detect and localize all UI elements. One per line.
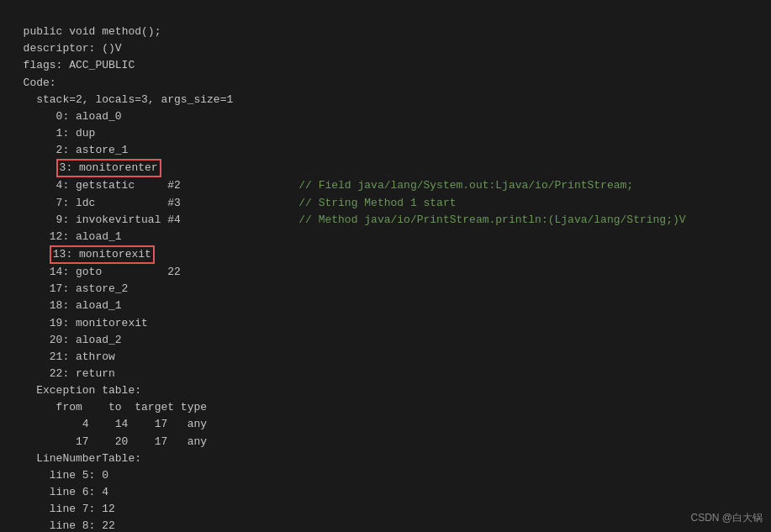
monitorexit-highlight: 13: monitorexit: [50, 245, 155, 264]
code-line-27: line 5: 0: [10, 469, 108, 482]
code-line-22: Exception table:: [10, 384, 141, 397]
code-line-5: stack=2, locals=3, args_size=1: [10, 93, 233, 106]
watermark-text: CSDN @白大锅: [690, 511, 763, 525]
code-line-6: 0: aload_0: [10, 110, 122, 123]
code-viewer: public void method(); descriptor: ()V fl…: [0, 0, 771, 532]
comment-invoke: // Method java/io/PrintStream.println:(L…: [298, 213, 685, 226]
code-line-20: 21: athrow: [10, 350, 115, 363]
code-line-26: LineNumberTable:: [10, 452, 141, 465]
code-line-10: 4: getstatic #2 // Field java/lang/Syste…: [10, 179, 633, 192]
code-line-24: 4 14 17 any: [10, 418, 207, 430]
code-line-23: from to target type: [10, 401, 207, 413]
code-line-16: 17: astore_2: [10, 282, 128, 295]
comment-getstatic: // Field java/lang/System.out:Ljava/io/P…: [298, 179, 633, 192]
code-line-14: 13: monitorexit: [10, 248, 155, 261]
code-line-30: line 8: 22: [10, 519, 115, 532]
code-line-25: 17 20 17 any: [10, 435, 207, 448]
comment-ldc: // String Method 1 start: [298, 197, 456, 209]
code-line-11: 7: ldc #3 // String Method 1 start: [10, 197, 457, 209]
code-line-21: 22: return: [10, 367, 115, 380]
code-line-1: public void method();: [24, 25, 161, 38]
monitorenter-highlight: 3: monitorenter: [56, 159, 161, 177]
code-line-18: 19: monitorexit: [10, 317, 148, 329]
code-line-7: 1: dup: [10, 127, 95, 140]
code-line-13: 12: aload_1: [10, 230, 122, 243]
code-line-12: 9: invokevirtual #4 // Method java/io/Pr…: [10, 213, 686, 226]
code-line-9: 3: monitorenter: [10, 161, 161, 174]
code-line-4: Code:: [10, 76, 56, 89]
code-line-2: descriptor: ()V: [10, 42, 122, 55]
code-line-17: 18: aload_1: [10, 299, 122, 312]
code-line-19: 20: aload_2: [10, 334, 122, 346]
code-line-8: 2: astore_1: [10, 144, 128, 156]
code-line-3: flags: ACC_PUBLIC: [10, 59, 135, 71]
code-line-28: line 6: 4: [10, 486, 108, 498]
code-line-15: 14: goto 22: [10, 266, 181, 278]
code-line-29: line 7: 12: [10, 503, 115, 515]
